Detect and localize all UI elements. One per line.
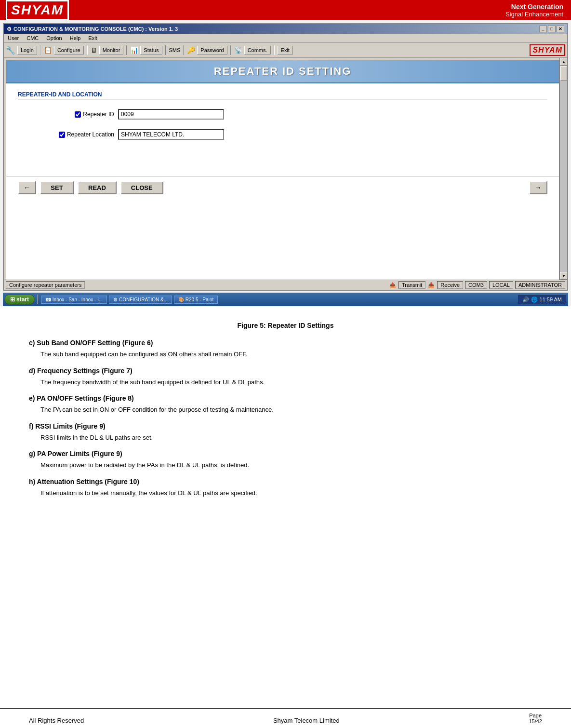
window-controls[interactable]: _ □ ✕ xyxy=(539,26,564,32)
toolbar-separator-4 xyxy=(165,45,166,55)
section-h: h) Attenuation Settings (Figure 10) If a… xyxy=(29,478,542,498)
repeater-title-text: REPEATER ID SETTING xyxy=(214,65,352,77)
section-title: REPEATER-ID AND LOCATION xyxy=(18,91,547,99)
exit-button[interactable]: Exit xyxy=(278,46,293,54)
monitor-button[interactable]: Monitor xyxy=(99,46,124,54)
window-title-group: ⚙ CONFIGURATION & MONITORING CONSOLE (CM… xyxy=(7,26,178,32)
top-header: SHYAM Next Generation Signal Enhancement xyxy=(0,0,571,20)
toolbar-person-icon: 🔧 xyxy=(6,46,15,55)
transmit-icon: 📤 xyxy=(389,282,397,288)
minimize-button[interactable]: _ xyxy=(539,26,547,32)
read-button[interactable]: READ xyxy=(78,181,117,194)
form-area: REPEATER-ID AND LOCATION Repeater ID xyxy=(6,83,559,157)
section-d-body: The frequency bandwidth of the sub band … xyxy=(40,377,542,387)
paint-icon: 🎨 xyxy=(178,297,184,302)
inbox-icon: 📧 xyxy=(45,297,51,302)
scroll-thumb[interactable] xyxy=(560,66,567,81)
password-icon: 🔑 xyxy=(187,46,195,54)
repeater-location-checkbox[interactable] xyxy=(59,132,65,138)
page-number: Page 15/42 xyxy=(529,713,542,724)
section-c: c) Sub Band ON/OFF Setting (Figure 6) Th… xyxy=(29,339,542,359)
repeater-title-bar: REPEATER ID SETTING xyxy=(6,60,559,83)
toolbar-separator-5 xyxy=(183,45,184,55)
login-button[interactable]: Login xyxy=(17,46,37,54)
menu-cmc[interactable]: CMC xyxy=(25,35,40,41)
toolbar-separator-2 xyxy=(87,45,88,55)
repeater-id-row: Repeater ID xyxy=(37,109,528,120)
scroll-up-arrow[interactable]: ▲ xyxy=(560,58,567,66)
toolbar-separator-7 xyxy=(274,45,275,55)
start-button[interactable]: ⊞ start xyxy=(5,295,34,304)
window-title-text: CONFIGURATION & MONITORING CONSOLE (CMC)… xyxy=(13,26,178,32)
clock-icon2: 🌐 xyxy=(531,297,538,303)
forward-button[interactable]: → xyxy=(529,181,547,194)
section-e-body: The PA can be set in ON or OFF condition… xyxy=(40,405,542,415)
configure-button[interactable]: Configure xyxy=(54,46,84,54)
page-value: 15/42 xyxy=(529,718,542,724)
config-icon: ⚙ xyxy=(113,297,118,302)
status-button[interactable]: Status xyxy=(140,46,162,54)
clock-icon: 🔊 xyxy=(522,297,529,303)
taskbar-item-config[interactable]: ⚙ CONFIGURATION &... xyxy=(109,296,172,304)
section-h-heading: h) Attenuation Settings (Figure 10) xyxy=(29,478,542,485)
company-logo: SHYAM xyxy=(6,0,69,20)
maximize-button[interactable]: □ xyxy=(548,26,556,32)
scroll-down-arrow[interactable]: ▼ xyxy=(560,272,567,280)
section-g-body: Maximum power to be radiated by the PAs … xyxy=(40,460,542,470)
menu-option[interactable]: Option xyxy=(44,35,64,41)
password-button[interactable]: Password xyxy=(197,46,227,54)
scroll-track xyxy=(560,66,567,272)
menu-help[interactable]: Help xyxy=(68,35,83,41)
section-e: e) PA ON/OFF Settings (Figure 8) The PA … xyxy=(29,394,542,415)
figure-caption: Figure 5: Repeater ID Settings xyxy=(29,322,542,329)
com-label: COM3 xyxy=(465,281,487,289)
section-f-body: RSSI limits in the DL & UL paths are set… xyxy=(40,433,542,443)
toolbar-separator-6 xyxy=(230,45,231,55)
repeater-id-label: Repeater ID xyxy=(37,111,114,118)
toolbar-logo: SHYAM xyxy=(530,44,565,56)
repeater-id-checkbox[interactable] xyxy=(75,111,81,118)
receive-icon: 📥 xyxy=(427,282,435,288)
taskbar-paint-label: R20 5 - Paint xyxy=(186,297,213,302)
toolbar-separator-3 xyxy=(126,45,127,55)
local-label: LOCAL xyxy=(489,281,513,289)
taskbar-clock: 🔊 🌐 11:59 AM xyxy=(518,295,566,304)
admin-label: ADMINISTRATOR xyxy=(515,281,565,289)
taskbar-item-inbox[interactable]: 📧 Inbox - San - Inbox - I... xyxy=(41,296,107,304)
toolbar-separator-1 xyxy=(40,45,41,55)
config-status-text: Configure repeater parameters xyxy=(6,281,85,289)
tagline-area: Next Generation Signal Enhancement xyxy=(498,0,571,20)
transmit-label: Transmit xyxy=(398,281,425,289)
section-d-heading: d) Frequency Settings (Figure 7) xyxy=(29,367,542,375)
comms-icon: 📡 xyxy=(234,46,242,54)
menu-user[interactable]: User xyxy=(6,35,21,41)
section-f-heading: f) RSSI Limits (Figure 9) xyxy=(29,422,542,430)
window-title-icon: ⚙ xyxy=(7,26,12,32)
section-e-heading: e) PA ON/OFF Settings (Figure 8) xyxy=(29,394,542,402)
logo-area: SHYAM xyxy=(0,0,75,20)
section-f: f) RSSI Limits (Figure 9) RSSI limits in… xyxy=(29,422,542,443)
repeater-location-row: Repeater Location xyxy=(37,129,528,140)
time-display: 11:59 AM xyxy=(540,297,562,302)
back-button[interactable]: ← xyxy=(18,181,36,194)
menu-exit[interactable]: Exit xyxy=(86,35,99,41)
taskbar-item-paint[interactable]: 🎨 R20 5 - Paint xyxy=(174,296,218,304)
repeater-location-label: Repeater Location xyxy=(37,131,114,138)
toolbar: 🔧 Login 📋 Configure 🖥 Monitor 📊 Status S… xyxy=(4,43,567,58)
close-window-button[interactable]: ✕ xyxy=(557,26,564,32)
set-button[interactable]: SET xyxy=(40,181,74,194)
close-button[interactable]: CLOSE xyxy=(120,181,163,194)
status-bar: Configure repeater parameters 📤 Transmit… xyxy=(4,280,567,290)
section-c-heading: c) Sub Band ON/OFF Setting (Figure 6) xyxy=(29,339,542,347)
tagline-line1: Next Generation xyxy=(511,3,563,11)
comms-button[interactable]: Comms. xyxy=(244,46,271,54)
inner-content-area: REPEATER ID SETTING REPEATER-ID AND LOCA… xyxy=(6,60,559,280)
monitor-icon: 🖥 xyxy=(91,46,97,54)
section-d: d) Frequency Settings (Figure 7) The fre… xyxy=(29,367,542,387)
page-footer: All Rights Reserved Shyam Telecom Limite… xyxy=(0,708,571,728)
repeater-id-input[interactable] xyxy=(118,109,224,120)
repeater-location-input[interactable] xyxy=(118,129,224,140)
vertical-scrollbar[interactable]: ▲ ▼ xyxy=(559,58,567,280)
section-g: g) PA Power Limits (Figure 9) Maximum po… xyxy=(29,450,542,470)
footer-center: Shyam Telecom Limited xyxy=(273,717,340,724)
